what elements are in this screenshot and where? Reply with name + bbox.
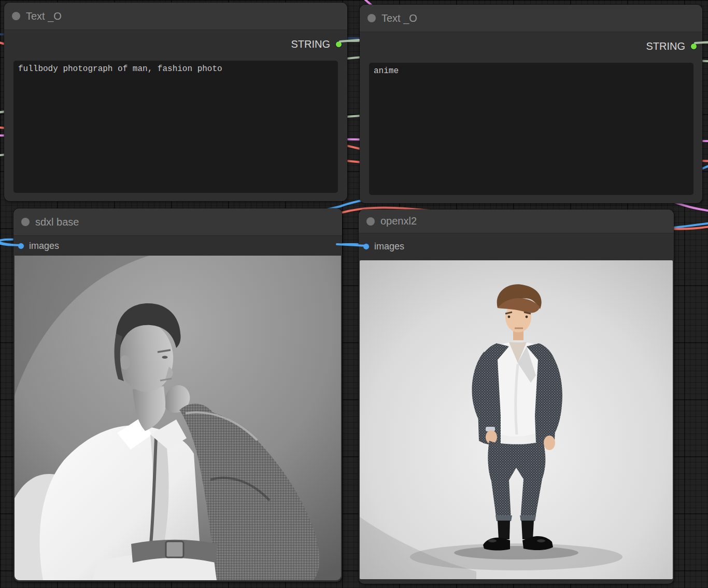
text-widget[interactable]: anime xyxy=(369,63,693,195)
collapse-dot[interactable] xyxy=(367,14,376,22)
node-graph-canvas[interactable]: Text _O STRING fullbody photograph of ma… xyxy=(0,0,708,588)
openxl2-preview-image xyxy=(360,260,673,579)
input-slot-images[interactable] xyxy=(363,243,370,250)
output-slot-label: STRING xyxy=(291,38,330,50)
node-title: sdxl base xyxy=(35,216,79,228)
collapse-dot[interactable] xyxy=(21,218,30,226)
sdxl-base-preview-image xyxy=(15,256,341,580)
collapse-dot[interactable] xyxy=(12,12,20,20)
node-openxl2[interactable]: openxl2 images xyxy=(359,209,674,584)
input-slot-images[interactable] xyxy=(18,243,24,249)
node-sdxl-base-header[interactable]: sdxl base xyxy=(13,208,342,236)
node-text-o-right-header[interactable]: Text _O xyxy=(360,5,702,32)
node-title: Text _O xyxy=(381,12,417,24)
input-slot-label: images xyxy=(29,241,59,251)
output-slot-string[interactable] xyxy=(690,43,697,50)
collapse-dot[interactable] xyxy=(366,217,375,226)
sdxl-base-illustration xyxy=(15,256,341,580)
output-slot-string[interactable] xyxy=(335,41,342,48)
node-sdxl-base[interactable]: sdxl base images xyxy=(13,208,342,582)
text-widget[interactable]: fullbody photograph of man, fashion phot… xyxy=(13,61,338,193)
input-slot-label: images xyxy=(374,241,404,252)
node-text-o-right[interactable]: Text _O STRING anime xyxy=(360,5,702,203)
node-text-o-left-header[interactable]: Text _O xyxy=(4,3,347,30)
node-title: openxl2 xyxy=(380,215,417,227)
node-openxl2-header[interactable]: openxl2 xyxy=(359,209,674,233)
output-slot-label: STRING xyxy=(646,40,685,52)
node-title: Text _O xyxy=(26,10,62,22)
node-text-o-left[interactable]: Text _O STRING fullbody photograph of ma… xyxy=(4,3,347,201)
openxl2-illustration xyxy=(360,260,673,579)
